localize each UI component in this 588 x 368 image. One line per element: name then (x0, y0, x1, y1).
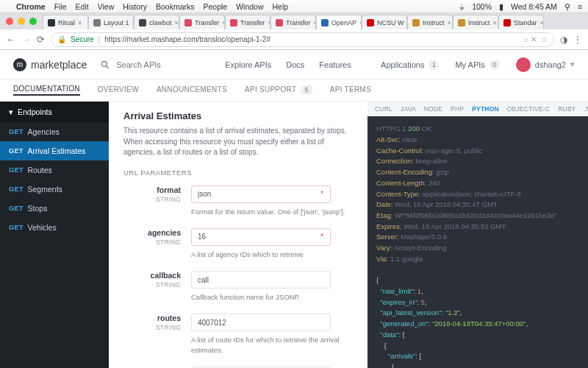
browser-tab[interactable]: OpenAP× (316, 15, 362, 29)
menu-help[interactable]: Help (273, 2, 289, 11)
endpoint-item[interactable]: GETSegments (0, 180, 109, 199)
param-name: format (123, 185, 181, 194)
secnav-api-support-label: API SUPPORT (245, 85, 296, 93)
browser-tab[interactable]: NCSU W× (362, 15, 407, 29)
close-window-icon[interactable] (6, 18, 13, 25)
tab-label: NCSU W (377, 19, 404, 26)
browser-tab[interactable]: Transfer× (179, 15, 225, 29)
lock-icon: 🔒 (57, 35, 66, 43)
maximize-window-icon[interactable] (29, 18, 37, 25)
param-hint: A list of route IDs for which to retriev… (191, 335, 345, 355)
close-tab-icon[interactable]: × (493, 19, 497, 26)
app-name: Chrome (16, 2, 46, 11)
secnav-api-support[interactable]: API SUPPORT 5 (245, 85, 312, 96)
secnav-api-terms[interactable]: API TERMS (330, 85, 371, 95)
param-input-routes[interactable] (191, 314, 331, 331)
close-tab-icon[interactable]: × (175, 19, 179, 26)
param-hint: Callback function name for JSONP. (191, 292, 345, 302)
browser-tab[interactable]: Transfer× (270, 15, 316, 29)
address-bar[interactable]: 🔒 Secure | https://market.mashape.com/tr… (51, 32, 554, 47)
menu-file[interactable]: File (54, 2, 67, 11)
http-method: GET (9, 166, 24, 174)
browser-tab[interactable]: clawbot× (134, 15, 179, 29)
profile-icon[interactable]: ◑ (560, 35, 567, 45)
menu-history[interactable]: History (123, 2, 147, 11)
endpoint-name: Routes (28, 166, 52, 174)
param-input-callback[interactable] (191, 271, 331, 289)
http-method: GET (9, 146, 24, 155)
addr-key-icon[interactable]: ⌕ ✕ (524, 35, 537, 43)
close-tab-icon[interactable]: × (448, 19, 451, 26)
myapis-count: 0 (490, 60, 500, 70)
endpoint-item[interactable]: GETArrival Estimates (0, 141, 109, 160)
lang-tab-python[interactable]: PYTHON (472, 105, 499, 113)
menu-people[interactable]: People (203, 2, 227, 11)
browser-tab[interactable]: Transfer× (225, 15, 270, 29)
lang-tab-php[interactable]: PHP (451, 105, 464, 113)
battery-icon: ▮ (499, 2, 503, 11)
endpoint-item[interactable]: GETRoutes (0, 160, 109, 180)
url-params-heading: URL PARAMETERS (123, 169, 353, 177)
back-icon[interactable]: ← (6, 34, 15, 45)
nav-applications[interactable]: Applications 1 (381, 60, 439, 70)
browser-tab[interactable]: Instruct× (453, 15, 498, 29)
menu-bookmarks[interactable]: Bookmarks (156, 2, 195, 11)
chrome-menu-icon[interactable]: ⋮ (573, 35, 582, 45)
param-input-format[interactable] (191, 185, 331, 203)
reload-icon[interactable]: ⟳ (37, 34, 45, 45)
search-wrap[interactable] (100, 60, 182, 70)
favicon-icon (184, 19, 192, 26)
secure-label: Secure (71, 35, 94, 43)
browser-tab[interactable]: Layout 1× (88, 15, 134, 29)
nav-explore-apis[interactable]: Explore APIs (225, 60, 271, 69)
brand-text: marketplace (31, 59, 87, 71)
nav-docs[interactable]: Docs (286, 60, 304, 69)
param-row: formatSTRING*Format for the return value… (123, 185, 353, 225)
lang-tab-ruby[interactable]: RUBY (558, 105, 576, 113)
spotlight-icon[interactable]: ⚲ (564, 2, 570, 11)
param-name: routes (123, 314, 181, 322)
menu-window[interactable]: Window (236, 2, 263, 11)
lang-tab--net[interactable]: .NET (584, 105, 588, 113)
param-hint: A list of agency IDs which to retreive (191, 250, 345, 259)
nav-features[interactable]: Features (319, 60, 351, 69)
menu-edit[interactable]: Edit (76, 2, 89, 11)
menu-view[interactable]: View (98, 2, 115, 11)
minimize-window-icon[interactable] (18, 18, 25, 25)
brand[interactable]: m marketplace (13, 58, 87, 71)
site-header: m marketplace Explore APIs Docs Features… (0, 50, 588, 79)
sidebar-section-endpoints[interactable]: ▾ Endpoints (0, 102, 109, 122)
lang-tab-node[interactable]: NODE (424, 105, 442, 113)
favicon-icon (321, 19, 329, 26)
lang-tab-java[interactable]: JAVA (401, 105, 416, 113)
endpoint-item[interactable]: GETAgencies (0, 122, 109, 141)
nav-myapis[interactable]: My APIs 0 (455, 60, 499, 70)
sidebar-section-label: Endpoints (18, 107, 52, 116)
favicon-icon (139, 19, 146, 26)
lang-tab-objective-c[interactable]: OBJECTIVE-C (507, 105, 550, 113)
addr-star-icon[interactable]: ☆ (541, 35, 548, 43)
param-input-agencies[interactable] (191, 228, 331, 246)
forward-icon[interactable]: → (21, 34, 31, 45)
param-type: STRING (156, 281, 181, 289)
browser-tab[interactable]: Standar× (498, 15, 544, 29)
endpoint-item[interactable]: GETVehicles (0, 218, 109, 237)
browser-tab[interactable]: Instruct× (407, 15, 453, 29)
tab-label: Transfer (195, 19, 219, 26)
user-menu[interactable]: dshang2 ▾ (516, 57, 575, 72)
search-input[interactable] (116, 60, 182, 69)
favicon-icon (367, 19, 374, 26)
secnav-announcements[interactable]: ANNOUNCEMENTS (157, 85, 227, 95)
menu-extras-icon[interactable]: ≡ (578, 2, 582, 11)
lang-tab-curl[interactable]: CURL (375, 105, 392, 113)
close-tab-icon[interactable]: × (540, 19, 544, 26)
avatar (516, 57, 531, 72)
tab-label: Instruct (423, 19, 445, 26)
secnav-overview[interactable]: OVERVIEW (98, 85, 139, 95)
secnav-documentation[interactable]: DOCUMENTATION (13, 85, 80, 96)
browser-tab[interactable]: Ritual× (43, 15, 88, 29)
endpoint-item[interactable]: GETStops (0, 199, 109, 218)
close-tab-icon[interactable]: × (78, 19, 83, 26)
endpoint-name: Agencies (28, 127, 60, 136)
favicon-icon (412, 19, 420, 26)
